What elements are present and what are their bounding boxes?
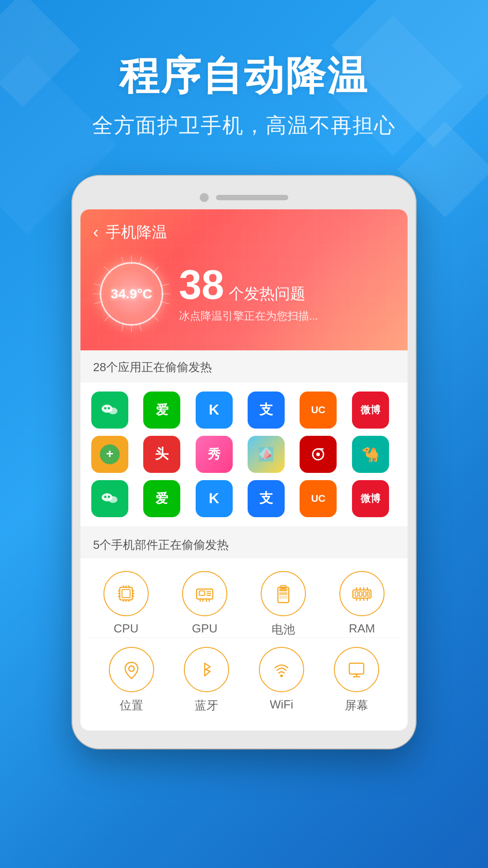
phone-screen: ‹ 手机降温 bbox=[80, 209, 408, 731]
list-item[interactable]: + bbox=[91, 436, 128, 473]
list-item[interactable] bbox=[248, 436, 285, 473]
wifi-label: WiFi bbox=[270, 698, 293, 712]
svg-text:+: + bbox=[106, 447, 113, 461]
svg-rect-46 bbox=[199, 591, 205, 595]
list-item[interactable]: 支 bbox=[248, 392, 285, 429]
location-label: 位置 bbox=[120, 698, 143, 713]
wechat-icon-2 bbox=[99, 488, 120, 509]
list-item[interactable]: 电池 bbox=[249, 571, 318, 637]
heat-count-row: 38 个发热问题 bbox=[179, 264, 395, 305]
list-item[interactable]: 微博 bbox=[352, 480, 389, 517]
wifi-icon bbox=[269, 657, 294, 682]
svg-point-30 bbox=[108, 495, 110, 498]
back-button[interactable]: ‹ bbox=[93, 223, 99, 242]
ram-label: RAM bbox=[349, 622, 375, 636]
list-item[interactable] bbox=[91, 480, 128, 517]
sub-title: 全方面护卫手机，高温不再担心 bbox=[27, 112, 461, 140]
netease-icon bbox=[307, 443, 329, 465]
cpu-label: CPU bbox=[114, 622, 139, 636]
main-title: 程序自动降温 bbox=[27, 54, 461, 98]
doctor-app-icon: + bbox=[99, 443, 121, 466]
list-item[interactable]: 支 bbox=[248, 480, 285, 517]
phone-camera bbox=[200, 193, 209, 202]
heat-label: 个发热问题 bbox=[229, 283, 305, 304]
list-item[interactable]: 位置 bbox=[99, 647, 164, 713]
svg-point-72 bbox=[129, 666, 134, 671]
list-item[interactable]: GPU bbox=[170, 571, 239, 637]
bluetooth-icon-circle bbox=[184, 647, 229, 692]
app-grid-section: 爱 K 支 UC 微博 bbox=[80, 382, 408, 526]
hardware-grid-row1: CPU bbox=[88, 571, 400, 637]
svg-point-29 bbox=[104, 495, 107, 498]
list-item[interactable]: 秀 bbox=[196, 436, 233, 473]
heat-info: 38 个发热问题 冰点降温引擎正在为您扫描... bbox=[179, 264, 395, 323]
phone-mockup: ‹ 手机降温 bbox=[72, 176, 416, 749]
list-item[interactable]: UC bbox=[300, 392, 337, 429]
list-item[interactable]: UC bbox=[300, 480, 337, 517]
list-item[interactable]: 头 bbox=[143, 436, 180, 473]
phone-container: ‹ 手机降温 bbox=[0, 176, 488, 776]
header-section: 程序自动降温 全方面护卫手机，高温不再担心 bbox=[0, 0, 488, 176]
app-nav: ‹ 手机降温 bbox=[93, 222, 395, 243]
wifi-icon-circle bbox=[259, 647, 304, 692]
list-item[interactable] bbox=[91, 392, 128, 429]
heat-number: 38 bbox=[179, 264, 224, 305]
svg-rect-32 bbox=[122, 590, 130, 598]
location-icon-circle bbox=[109, 647, 154, 692]
svg-rect-60 bbox=[355, 592, 358, 596]
list-item[interactable] bbox=[300, 436, 337, 473]
svg-rect-63 bbox=[367, 592, 369, 596]
wechat-icon bbox=[99, 400, 120, 420]
hardware-section-label: 5个手机部件正在偷偷发热 bbox=[80, 528, 408, 558]
list-item[interactable]: 爱 bbox=[143, 392, 180, 429]
hardware-section: 5个手机部件正在偷偷发热 bbox=[80, 528, 408, 731]
list-item[interactable]: RAM bbox=[327, 571, 397, 637]
maps-app-icon bbox=[255, 443, 277, 465]
gpu-label: GPU bbox=[192, 622, 217, 636]
phone-speaker bbox=[216, 195, 288, 200]
svg-rect-58 bbox=[279, 596, 287, 599]
bluetooth-label: 蓝牙 bbox=[195, 698, 218, 713]
svg-point-73 bbox=[280, 675, 283, 677]
svg-rect-57 bbox=[279, 592, 287, 595]
apps-section-label: 28个应用正在偷偷发热 bbox=[80, 350, 408, 381]
phone-notch bbox=[80, 189, 408, 209]
list-item[interactable]: 蓝牙 bbox=[174, 647, 239, 713]
svg-point-25 bbox=[316, 453, 320, 456]
list-item[interactable]: 微博 bbox=[352, 392, 389, 429]
temperature-gauge: 34.9°C bbox=[93, 255, 170, 332]
app-title: 手机降温 bbox=[106, 222, 167, 243]
screen-icon bbox=[344, 657, 369, 682]
list-item[interactable]: K bbox=[196, 480, 233, 517]
list-item[interactable]: CPU bbox=[91, 571, 161, 637]
gpu-icon-circle bbox=[182, 571, 227, 616]
screen-label: 屏幕 bbox=[345, 698, 368, 713]
svg-point-20 bbox=[108, 407, 110, 409]
svg-rect-74 bbox=[349, 663, 364, 674]
cpu-icon-circle bbox=[103, 571, 149, 616]
hardware-grid-row2: 位置 蓝牙 bbox=[88, 637, 400, 718]
temperature-circle: 34.9°C bbox=[100, 262, 163, 326]
battery-icon bbox=[271, 581, 296, 606]
ram-icon bbox=[349, 581, 375, 606]
heat-desc: 冰点降温引擎正在为您扫描... bbox=[179, 309, 395, 323]
list-item[interactable]: 屏幕 bbox=[324, 647, 389, 713]
temperature-row: 34.9°C 38 个发热问题 冰点降温引擎正在为您扫描... bbox=[93, 255, 395, 332]
battery-icon-circle bbox=[261, 571, 306, 616]
battery-label: 电池 bbox=[272, 622, 295, 637]
temperature-value: 34.9°C bbox=[111, 286, 152, 302]
ram-icon-circle bbox=[339, 571, 385, 616]
svg-rect-62 bbox=[363, 592, 366, 596]
svg-point-19 bbox=[104, 407, 107, 409]
svg-rect-56 bbox=[279, 589, 287, 591]
app-header: ‹ 手机降温 bbox=[80, 209, 408, 350]
list-item[interactable]: 🐪 bbox=[352, 436, 389, 473]
app-grid: 爱 K 支 UC 微博 bbox=[91, 392, 397, 517]
cpu-icon bbox=[113, 581, 139, 606]
list-item[interactable]: K bbox=[196, 392, 233, 429]
location-icon bbox=[119, 657, 144, 682]
gpu-icon bbox=[192, 581, 217, 606]
bluetooth-icon bbox=[194, 657, 219, 682]
list-item[interactable]: WiFi bbox=[249, 647, 314, 713]
list-item[interactable]: 爱 bbox=[143, 480, 180, 517]
